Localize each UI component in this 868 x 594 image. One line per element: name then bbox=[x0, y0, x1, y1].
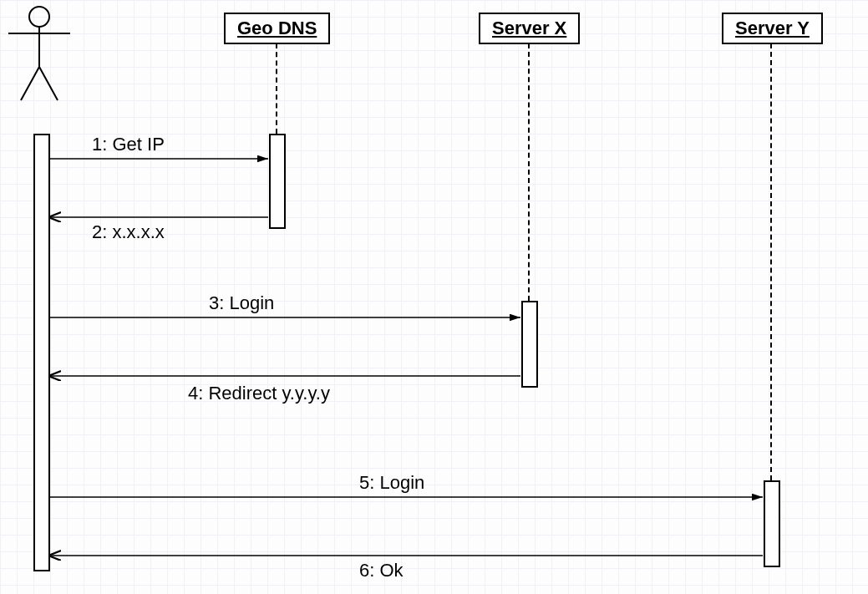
activation-geo-dns bbox=[269, 134, 286, 229]
background-grid bbox=[0, 0, 868, 594]
lifeline-server-x bbox=[528, 43, 530, 301]
message-2-label: 2: x.x.x.x bbox=[92, 221, 165, 243]
participant-label: Server Y bbox=[735, 18, 810, 38]
participant-label: Server X bbox=[492, 18, 566, 38]
activation-server-x bbox=[521, 301, 538, 388]
participant-server-y: Server Y bbox=[722, 13, 823, 44]
activation-server-y bbox=[764, 480, 780, 567]
lifeline-server-y bbox=[770, 43, 772, 480]
message-5-label: 5: Login bbox=[359, 472, 424, 494]
activation-actor bbox=[33, 134, 50, 571]
participant-geo-dns: Geo DNS bbox=[224, 13, 330, 44]
participant-label: Geo DNS bbox=[237, 18, 317, 38]
lifeline-geo-dns bbox=[276, 43, 277, 134]
message-4-label: 4: Redirect y.y.y.y bbox=[188, 383, 330, 404]
message-1-label: 1: Get IP bbox=[92, 134, 165, 155]
message-3-label: 3: Login bbox=[209, 292, 274, 314]
participant-server-x: Server X bbox=[479, 13, 580, 44]
message-6-label: 6: Ok bbox=[359, 560, 404, 581]
